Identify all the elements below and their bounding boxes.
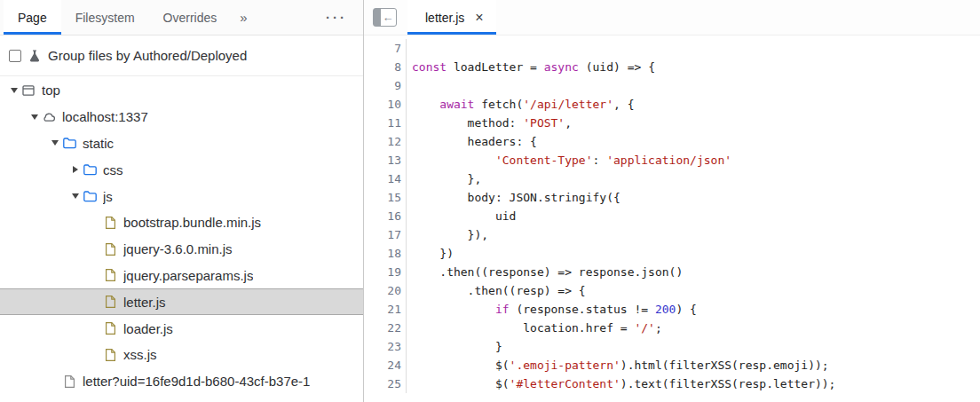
tree-item-letter-uid-16fe9d1d-b680-43cf-b37e-1[interactable]: letter?uid=16fe9d1d-b680-43cf-b37e-1 [0,368,363,395]
tree-item-js[interactable]: js [0,183,363,209]
code-line[interactable]: 19 .then((response) => response.json() [364,263,980,281]
group-files-label: Group files by Authored/Deployed [48,48,247,63]
code-line[interactable]: 18 }) [364,244,980,263]
tree-item-label: css [103,162,123,177]
more-options-icon[interactable]: ··· [310,0,363,35]
hide-navigator-icon[interactable]: ← [373,8,397,27]
line-number[interactable]: 8 [364,58,407,76]
cloud-icon [42,110,56,124]
tree-indent-spacer [89,268,103,282]
line-number[interactable]: 7 [364,39,407,58]
disclosure-triangle-icon[interactable] [68,189,83,203]
folder-icon [83,189,97,203]
line-number[interactable]: 9 [364,76,407,95]
code-line[interactable]: 9 [364,76,980,95]
tree-item-label: letter.js [123,295,166,310]
file-tree: toplocalhost:1337staticcssjsbootstrap.bu… [0,76,363,402]
code-line[interactable]: 8const loadLetter = async (uid) => { [364,58,980,76]
line-number[interactable]: 14 [364,169,407,188]
code-line-text: }, [412,169,481,188]
code-line[interactable]: 10 await fetch('/api/letter', { [364,95,980,114]
line-number[interactable]: 15 [364,188,407,207]
line-number[interactable]: 20 [364,281,407,300]
script-file-icon [103,321,117,335]
group-files-row: Group files by Authored/Deployed [0,35,363,76]
code-line-text: headers: { [412,132,537,151]
code-line[interactable]: 23 } [364,337,980,356]
code-line[interactable]: 24 $('.emoji-pattern').html(filterXSS(re… [364,356,980,374]
code-line-text: if (response.status != 200) { [412,300,697,319]
line-number[interactable]: 12 [364,132,407,151]
tree-item-static[interactable]: static [0,130,363,157]
frame-icon [21,83,36,98]
nav-toggle-wrap: ← [364,0,407,35]
more-tabs-icon[interactable]: » [231,0,256,35]
tree-item-loader-js[interactable]: loader.js [0,315,363,342]
tree-item-xss-js[interactable]: xss.js [0,342,363,368]
code-editor[interactable]: 78const loadLetter = async (uid) => {910… [364,35,980,402]
line-number[interactable]: 23 [364,337,407,356]
experiment-flask-icon [28,49,42,63]
line-number[interactable]: 21 [364,300,407,319]
code-line[interactable]: 25 $('#letterContent').text(filterXSS(re… [364,374,980,393]
line-number[interactable]: 10 [364,95,407,114]
tree-item-jquery-3-6-0-min-js[interactable]: jquery-3.6.0.min.js [0,236,363,263]
nav-toggle-fill [374,9,381,26]
code-line-text: location.href = '/'; [412,319,662,337]
tree-indent-spacer [89,242,103,256]
tree-item-jquery-parseparams-js[interactable]: jquery.parseparams.js [0,263,363,289]
code-line-text: await fetch('/api/letter', { [412,95,634,114]
code-line[interactable]: 13 'Content-Type': 'application/json' [364,151,980,169]
folder-icon [62,136,76,150]
code-line-text: $('.emoji-pattern').html(filterXSS(resp.… [412,356,829,374]
code-line[interactable]: 20 .then((resp) => { [364,281,980,300]
code-line[interactable]: 16 uid [364,207,980,225]
code-line[interactable]: 22 location.href = '/'; [364,319,980,337]
disclosure-triangle-icon[interactable] [48,136,62,150]
disclosure-triangle-icon[interactable] [28,110,42,124]
close-icon[interactable]: × [473,11,485,25]
code-line[interactable]: 12 headers: { [364,132,980,151]
tree-item-label: top [42,83,60,98]
line-number[interactable]: 13 [364,151,407,169]
line-number[interactable]: 17 [364,225,407,244]
line-number[interactable]: 24 [364,356,407,374]
line-number[interactable]: 16 [364,207,407,225]
disclosure-triangle-icon[interactable] [7,83,21,98]
code-line[interactable]: 17 }), [364,225,980,244]
group-files-checkbox[interactable] [9,50,21,62]
code-line-text: $('#letterContent').text(filterXSS(resp.… [412,374,835,393]
navigator-tab-bar: Page Filesystem Overrides » ··· [0,0,363,35]
code-line[interactable]: 7 [364,39,980,58]
code-line-text: }) [412,244,454,263]
tree-item-letter-js[interactable]: letter.js [0,288,363,315]
tree-item-label: localhost:1337 [62,109,148,124]
line-number[interactable]: 19 [364,263,407,281]
tree-indent-spacer [89,216,103,230]
tree-item-css[interactable]: css [0,156,363,183]
line-number[interactable]: 22 [364,319,407,337]
code-line-text: method: 'POST', [412,114,572,132]
tree-item-localhost-1337[interactable]: localhost:1337 [0,104,363,130]
code-line[interactable]: 15 body: JSON.stringify({ [364,188,980,207]
tree-item-bootstrap-bundle-min-js[interactable]: bootstrap.bundle.min.js [0,209,363,236]
tab-filesystem[interactable]: Filesystem [61,0,149,35]
script-file-icon [103,216,117,230]
code-line[interactable]: 21 if (response.status != 200) { [364,300,980,319]
tab-page[interactable]: Page [4,0,61,35]
line-number[interactable]: 18 [364,244,407,263]
code-line-text: const loadLetter = async (uid) => { [412,58,655,76]
script-file-icon [103,268,117,282]
tree-item-label: jquery-3.6.0.min.js [123,241,233,256]
tree-item-top[interactable]: top [0,77,363,104]
tab-overrides[interactable]: Overrides [149,0,232,35]
code-line-text: body: JSON.stringify({ [412,188,620,207]
disclosure-triangle-icon[interactable] [68,162,83,177]
line-number[interactable]: 11 [364,114,407,132]
devtools-sources-panel: Page Filesystem Overrides » ··· Group fi… [0,0,980,402]
tree-item-label: letter?uid=16fe9d1d-b680-43cf-b37e-1 [83,374,310,389]
editor-tab-letter-js[interactable]: letter.js × [407,0,496,35]
line-number[interactable]: 25 [364,374,407,393]
code-line[interactable]: 11 method: 'POST', [364,114,980,132]
code-line[interactable]: 14 }, [364,169,980,188]
